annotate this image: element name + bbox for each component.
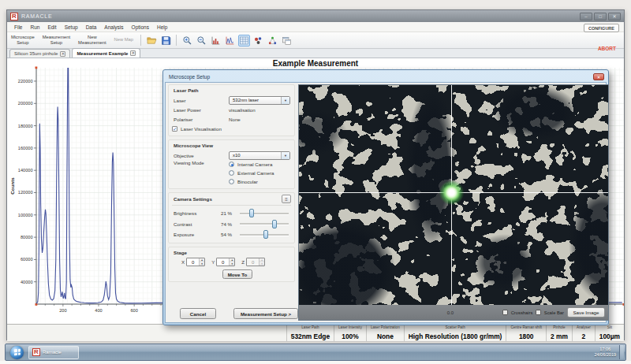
laser-dropdown[interactable]: 532nm laser ▼ xyxy=(229,96,290,105)
zoom-out-icon[interactable] xyxy=(196,35,207,46)
spin-down-icon[interactable]: ▼ xyxy=(230,262,234,266)
tab-measurement-example[interactable]: Measurement Example✕ xyxy=(72,48,140,58)
brightness-slider-row: Brightness21 % xyxy=(172,208,291,219)
configure-button[interactable]: CONFIGURE xyxy=(584,24,619,32)
zoom-in-icon[interactable] xyxy=(181,35,193,46)
stage-axis-z-label: Z xyxy=(241,259,245,265)
chevron-down-icon: ▼ xyxy=(281,97,289,104)
laser-label: Laser xyxy=(172,98,229,103)
scale-bar-checkbox[interactable] xyxy=(536,310,541,315)
microscope-camera-image[interactable] xyxy=(299,85,608,305)
laser-visualisation-checkbox[interactable]: ✓ xyxy=(172,126,177,132)
polariser-label: Polariser xyxy=(172,117,229,122)
new-map-command[interactable]: New Map xyxy=(110,37,137,43)
open-folder-icon[interactable] xyxy=(146,35,158,46)
exposure-slider-track[interactable] xyxy=(240,230,289,240)
svg-text:600: 600 xyxy=(130,308,137,313)
scatter-plot-icon[interactable] xyxy=(252,35,264,46)
taskbar-app-button[interactable]: R Ramacle xyxy=(28,346,79,359)
cancel-button[interactable]: Cancel xyxy=(180,308,216,319)
start-button[interactable] xyxy=(10,346,24,359)
dialog-close-icon[interactable]: ✕ xyxy=(593,73,604,80)
data-grid-icon[interactable] xyxy=(238,35,250,46)
status-cell-label: Laser Polarization xyxy=(371,325,400,329)
svg-text:80000: 80000 xyxy=(21,235,33,240)
export-window-icon[interactable] xyxy=(281,35,293,46)
radio-button-icon[interactable] xyxy=(229,162,234,167)
spinner-arrows-icon[interactable]: ▲▼ xyxy=(199,258,204,266)
save-icon[interactable] xyxy=(160,35,172,46)
laser-spot xyxy=(439,180,464,205)
status-cell-label: Scatter Path xyxy=(409,325,502,329)
contrast-slider-track[interactable] xyxy=(240,219,289,228)
stage-z-input[interactable]: 0▲▼ xyxy=(246,258,265,266)
chart-spectrum-icon[interactable] xyxy=(224,35,236,46)
exposure-slider-thumb[interactable] xyxy=(263,230,268,239)
show-desktop-button[interactable] xyxy=(619,345,624,359)
viewing-mode-option[interactable]: External Camera xyxy=(229,169,274,177)
close-button[interactable]: ✕ xyxy=(608,13,621,20)
status-cell-value: None xyxy=(371,332,400,341)
camera-settings-expand-button[interactable]: ≡ xyxy=(282,195,291,203)
menu-analysis[interactable]: Analysis xyxy=(100,24,127,30)
contrast-slider-thumb[interactable] xyxy=(272,220,277,228)
tab-silicon-35um-pinhole[interactable]: Silicon 35um pinhole✕ xyxy=(9,49,70,58)
microscope-setup-command[interactable]: MicroscopeSetup xyxy=(7,35,39,46)
spin-down-icon[interactable]: ▼ xyxy=(200,262,204,266)
menu-edit[interactable]: Edit xyxy=(43,24,60,30)
chart-histogram-icon[interactable] xyxy=(210,35,222,46)
viewing-mode-option[interactable]: Internal Camera xyxy=(229,160,274,169)
svg-text:40000: 40000 xyxy=(21,280,33,284)
dialog-left-panel: Laser Path Laser 532nm laser ▼ Laser Pow… xyxy=(166,83,297,322)
move-to-button[interactable]: Move To xyxy=(222,269,252,279)
status-cell-label: Centre Raman shift xyxy=(510,325,542,329)
measurement-setup-command[interactable]: MeasurementSetup xyxy=(39,35,74,46)
dialog-title: Microscope Setup xyxy=(169,74,210,80)
stage-y-input[interactable]: 0▲▼ xyxy=(216,258,235,266)
measurement-setup-button[interactable]: Measurement Setup > xyxy=(233,308,298,319)
crosshairs-checkbox[interactable] xyxy=(502,310,508,315)
scale-bar-label: Scale Bar xyxy=(544,310,564,315)
radio-button-icon[interactable] xyxy=(229,170,234,176)
exposure-value: 54 % xyxy=(221,232,240,237)
brightness-slider-track[interactable] xyxy=(240,209,289,218)
brightness-slider-thumb[interactable] xyxy=(249,209,254,217)
tab-close-icon[interactable]: ✕ xyxy=(130,50,136,56)
menu-run[interactable]: Run xyxy=(26,24,43,30)
minimize-button[interactable]: – xyxy=(580,13,592,20)
maximize-button[interactable]: □ xyxy=(594,13,607,20)
tab-close-icon[interactable]: ✕ xyxy=(60,51,65,57)
stage-group: Stage X0▲▼Y0▲▼Z0▲▼ Move To xyxy=(168,247,295,282)
clock-date: 24/06/2019 xyxy=(594,352,616,358)
svg-text:160000: 160000 xyxy=(18,146,33,150)
exposure-label: Exposure xyxy=(172,232,221,237)
crosshairs-label: Crosshairs xyxy=(511,310,533,315)
viewing-mode-option-label: Internal Camera xyxy=(237,162,272,167)
menu-setup[interactable]: Setup xyxy=(61,24,82,30)
contrast-slider-row: Contrast74 % xyxy=(172,219,291,230)
spinner-arrows-icon[interactable]: ▲▼ xyxy=(259,258,264,266)
stage-z-value: 0 xyxy=(247,258,259,266)
viewing-mode-option[interactable]: Binocular xyxy=(229,177,274,186)
radio-button-icon[interactable] xyxy=(229,179,234,184)
menu-options[interactable]: Options xyxy=(128,24,153,30)
spinner-arrows-icon[interactable]: ▲▼ xyxy=(229,258,234,266)
status-cell-label: Laser Path xyxy=(291,325,330,329)
objective-dropdown[interactable]: x10 ▼ xyxy=(229,151,290,160)
spin-down-icon[interactable]: ▼ xyxy=(259,262,264,266)
taskbar: R Ramacle 17:06 24/06/2019 xyxy=(5,344,626,361)
dialog-title-bar[interactable]: Microscope Setup ✕ xyxy=(165,72,607,82)
save-image-button[interactable]: Save Image xyxy=(567,307,605,318)
new-measurement-command[interactable]: NewMeasurement xyxy=(74,35,110,46)
app-logo-icon: R xyxy=(32,348,40,356)
menu-file[interactable]: File xyxy=(10,24,26,30)
menu-help[interactable]: Help xyxy=(153,24,171,30)
status-bar: Laser Path532nm EdgeLaser Intensity100%L… xyxy=(7,324,624,341)
abort-button[interactable]: ABORT xyxy=(598,46,616,51)
taskbar-clock[interactable]: 17:06 24/06/2019 xyxy=(594,347,619,358)
menu-data[interactable]: Data xyxy=(82,24,101,30)
svg-text:100000: 100000 xyxy=(18,213,33,217)
stage-x-input[interactable]: 0▲▼ xyxy=(186,258,205,266)
screen-edge xyxy=(0,361,631,364)
map-points-icon[interactable] xyxy=(267,35,278,46)
